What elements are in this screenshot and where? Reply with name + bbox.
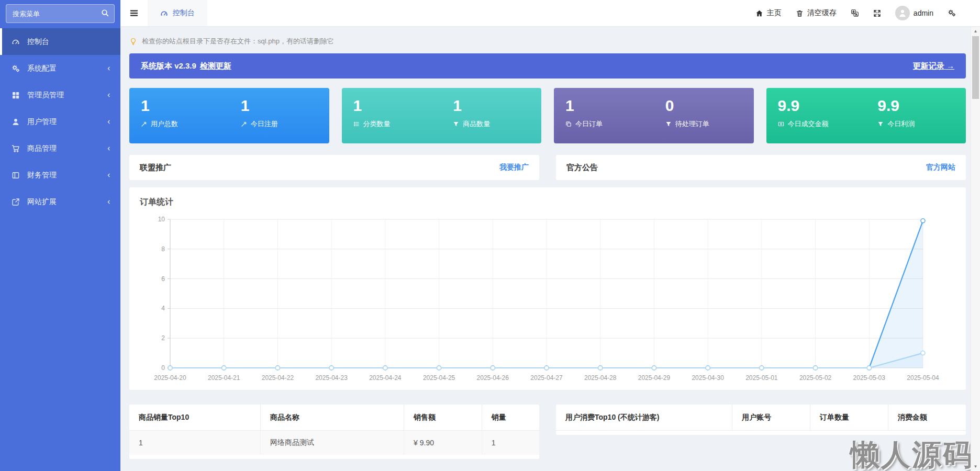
dashboard-icon [160, 9, 168, 17]
check-update-link[interactable]: 检测更新 [200, 61, 231, 71]
table-header: 商品名称 [261, 405, 404, 431]
sidebar-item-site-extend[interactable]: 网站扩展 [0, 188, 120, 215]
menu-search-input[interactable] [6, 4, 115, 23]
app-root: 控制台系统配置管理员管理用户管理商品管理财务管理网站扩展 控制台 主页 清空缓存 [0, 0, 980, 471]
sidebar-menu: 控制台系统配置管理员管理用户管理商品管理财务管理网站扩展 [0, 28, 120, 215]
stat: 1分类数量 [342, 88, 442, 143]
user-menu[interactable]: admin [895, 6, 933, 20]
x-tick-label: 2025-05-04 [907, 374, 939, 382]
tab-label: 控制台 [173, 8, 195, 18]
stat: 1商品数量 [441, 88, 541, 143]
alert-text: 检查你的站点根目录下是否存在文件：sql.php，有的话请删除它 [142, 37, 334, 46]
scrollbar: ▲ ▼ [971, 27, 980, 471]
stat-label: 分类数量 [363, 119, 391, 129]
stat-label: 今日利润 [887, 119, 915, 129]
sidebar-item-system-config[interactable]: 系统配置 [0, 55, 120, 82]
trash-icon [796, 9, 804, 17]
sidebar-item-goods-manage[interactable]: 商品管理 [0, 135, 120, 162]
x-tick-label: 2025-04-28 [584, 374, 617, 382]
translate-button[interactable] [851, 9, 859, 17]
table-cell: 1 [482, 431, 539, 455]
lightbulb-icon [129, 38, 137, 46]
y-tick-label: 2 [161, 334, 165, 342]
scrollbar-down-arrow[interactable]: ▼ [971, 463, 980, 470]
tab-dashboard[interactable]: 控制台 [148, 0, 207, 26]
stat-card-orders: 1今日订单0待处理订单 [554, 88, 754, 143]
version-banner: 系统版本 v2.3.9 检测更新 更新记录 → [129, 53, 966, 78]
sidebar-item-label: 财务管理 [27, 171, 57, 180]
x-tick-label: 2025-05-03 [853, 374, 886, 382]
tables-row: 商品销量Top10商品名称销售额销量1网络商品测试¥ 9.901 用户消费Top… [129, 405, 966, 459]
stat-card-users: 1用户总数1今日注册 [129, 88, 329, 143]
x-tick-label: 2025-04-21 [208, 374, 240, 382]
chevron-left-icon [106, 172, 112, 178]
stat: 9.9今日成交金额 [766, 88, 866, 143]
menu-toggle-button[interactable] [120, 0, 148, 26]
scrollbar-up-arrow[interactable]: ▲ [971, 28, 980, 35]
cogs-icon [948, 9, 956, 17]
home-icon [755, 9, 763, 17]
chevron-left-icon [106, 65, 112, 72]
sidebar-item-finance-manage[interactable]: 财务管理 [0, 162, 120, 188]
product-sales-table-card: 商品销量Top10商品名称销售额销量1网络商品测试¥ 9.901 [129, 405, 539, 459]
settings-button[interactable] [948, 9, 956, 17]
x-tick-label: 2025-05-02 [799, 374, 832, 382]
y-tick-label: 8 [161, 245, 165, 253]
copy-icon [565, 121, 572, 127]
clear-cache-link[interactable]: 清空缓存 [796, 8, 837, 18]
book-icon [12, 171, 21, 180]
table-header: 商品销量Top10 [129, 405, 261, 431]
topbar: 控制台 主页 清空缓存 admin [120, 0, 980, 26]
stat-value: 0 [665, 97, 754, 115]
official-site-link[interactable]: 官方网站 [926, 163, 955, 172]
table-header: 用户账号 [732, 405, 810, 431]
sidebar-item-label: 网站扩展 [27, 197, 57, 207]
grid-icon [12, 91, 21, 99]
search-icon[interactable] [101, 9, 109, 19]
table-header: 订单数量 [810, 405, 888, 431]
stat: 0待处理订单 [654, 88, 754, 143]
stat-label: 待处理订单 [675, 119, 709, 129]
table-header: 销量 [482, 405, 539, 431]
stat-label: 今日注册 [251, 119, 278, 129]
x-tick-label: 2025-04-20 [154, 374, 186, 382]
x-tick-label: 2025-04-29 [638, 374, 671, 382]
table-header: 消费金额 [888, 405, 966, 431]
sidebar-item-dashboard[interactable]: 控制台 [0, 28, 120, 55]
filter-icon [665, 121, 672, 127]
filter-icon [453, 121, 459, 127]
list-icon [353, 121, 360, 127]
sidebar-item-user-manage[interactable]: 用户管理 [0, 108, 120, 135]
fullscreen-button[interactable] [873, 9, 881, 17]
filter-icon [877, 121, 884, 127]
y-tick-label: 6 [161, 275, 165, 283]
wand-icon [241, 121, 247, 127]
stat-value: 1 [453, 97, 541, 115]
table-header: 用户消费Top10 (不统计游客) [556, 405, 732, 431]
topbar-actions: 主页 清空缓存 admin [755, 6, 980, 20]
stat-value: 9.9 [877, 97, 966, 115]
table-cell: 网络商品测试 [261, 431, 404, 455]
chevron-left-icon [106, 119, 112, 125]
affiliate-panel: 联盟推广 我要推广 [129, 155, 539, 180]
y-tick-label: 0 [161, 364, 165, 372]
user-icon [12, 118, 21, 126]
stat-card-revenue: 9.9今日成交金额9.9今日利润 [766, 88, 966, 143]
promote-link[interactable]: 我要推广 [499, 163, 529, 172]
sidebar-item-admin-manage[interactable]: 管理员管理 [0, 82, 120, 108]
y-tick-label: 10 [158, 216, 165, 223]
stat-label: 用户总数 [151, 119, 178, 129]
table-cell: ¥ 9.90 [404, 431, 482, 455]
gears-icon [12, 64, 21, 73]
sidebar-item-label: 控制台 [27, 37, 49, 47]
home-link[interactable]: 主页 [755, 8, 782, 18]
stat-value: 1 [353, 97, 442, 115]
stat-value: 1 [141, 97, 229, 115]
scrollbar-thumb[interactable] [972, 36, 979, 99]
stat-value: 9.9 [778, 97, 866, 115]
content-area: 检查你的站点根目录下是否存在文件：sql.php，有的话请删除它 系统版本 v2… [120, 26, 980, 471]
cart-icon [12, 144, 21, 153]
panel-title: 官方公告 [566, 163, 598, 173]
changelog-link[interactable]: 更新记录 → [913, 61, 954, 71]
sidebar: 控制台系统配置管理员管理用户管理商品管理财务管理网站扩展 [0, 0, 120, 471]
